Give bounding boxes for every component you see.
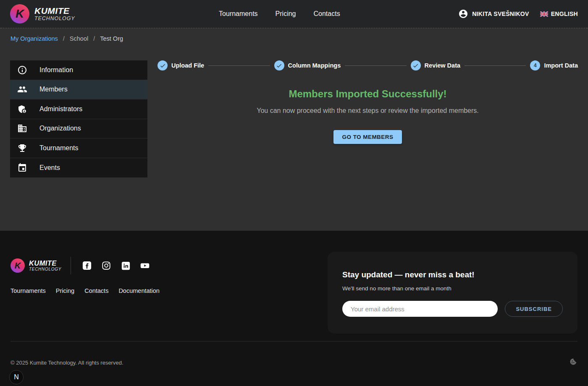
brand-tagline: TECHNOLOGY [34,16,75,21]
success-title: Members Imported Successfully! [158,88,578,100]
sidebar-item-label: Organizations [39,125,81,132]
app-header: K KUMITE TECHNOLOGY Tournaments Pricing … [0,0,588,29]
step-connector [465,65,526,66]
sidebar-item-label: Members [39,86,68,93]
step-label: Review Data [425,62,460,69]
success-subtitle: You can now proceed with the next steps … [158,107,578,115]
linkedin-icon[interactable] [121,261,131,271]
breadcrumb-separator: / [93,35,95,42]
sidebar-item-label: Tournaments [39,144,79,152]
info-icon [17,65,27,75]
breadcrumb: My Organizations / School / Test Org [10,35,123,42]
calendar-icon [17,163,27,173]
nav-contacts[interactable]: Contacts [314,10,340,18]
language-selector[interactable]: ENGLISH [540,10,578,17]
admin-shield-icon [17,104,27,114]
footer-link-documentation[interactable]: Documentation [118,287,160,294]
members-icon [17,84,27,94]
sidebar-item-organizations[interactable]: Organizations [10,119,147,139]
vertical-divider [71,257,71,274]
nextjs-dev-badge[interactable]: N [9,370,24,384]
step-column-mappings: Column Mappings [274,60,341,70]
sidebar-item-label: Events [39,164,60,172]
user-name: NIKITA SVEŠNIKOV [472,10,529,17]
page-footer: K KUMITE TECHNOLOGY [0,231,588,386]
step-completed-check-icon [411,60,421,70]
uk-flag-icon [540,11,548,17]
youtube-icon[interactable] [140,261,150,271]
sidebar-item-administrators[interactable]: Administrators [10,99,147,119]
main-area: Information Members Administrators Organ… [0,48,588,231]
breadcrumb-school: School [70,35,88,42]
language-label: ENGLISH [551,10,578,17]
footer-brand-name: KUMITE [29,260,61,267]
breadcrumb-my-organizations[interactable]: My Organizations [10,35,58,42]
newsletter-title: Stay updated — never miss a beat! [342,270,563,279]
step-connector [208,65,270,66]
instagram-icon[interactable] [101,261,111,271]
brand-name: KUMITE [34,6,75,16]
breadcrumb-bar: My Organizations / School / Test Org [0,29,588,48]
kumite-logo-icon: K [10,4,29,23]
breadcrumb-separator: / [63,35,65,42]
footer-link-contacts[interactable]: Contacts [84,287,108,294]
breadcrumb-test-org: Test Org [100,35,123,42]
step-label: Import Data [544,62,578,69]
nav-pricing[interactable]: Pricing [276,10,296,18]
header-nav: Tournaments Pricing Contacts [219,0,340,28]
sidebar-item-label: Information [39,66,73,74]
step-connector [345,65,406,66]
kumite-logo-icon[interactable]: K [10,258,25,273]
footer-links: Tournaments Pricing Contacts Documentati… [10,287,160,294]
newsletter-subtitle: We'll send no more than one email a mont… [342,285,563,292]
sidebar-item-information[interactable]: Information [10,60,147,80]
sidebar-item-label: Administrators [39,105,82,113]
step-label: Upload File [171,62,204,69]
cookie-settings-icon[interactable] [569,357,578,368]
step-upload-file: Upload File [158,60,204,70]
newsletter-card: Stay updated — never miss a beat! We'll … [328,252,578,334]
account-circle-icon [458,9,468,19]
sidebar-item-members[interactable]: Members [10,80,147,100]
brand-logo[interactable]: K KUMITE TECHNOLOGY [10,4,75,23]
import-stepper: Upload File Column Mappings Review Data … [158,60,578,70]
nav-tournaments[interactable]: Tournaments [219,10,258,18]
footer-link-tournaments[interactable]: Tournaments [10,287,46,294]
user-menu[interactable]: NIKITA SVEŠNIKOV [458,9,529,19]
copyright-text: © 2025 Kumite Technology. All rights res… [10,360,123,366]
org-sidebar: Information Members Administrators Organ… [10,60,147,177]
facebook-icon[interactable] [82,261,92,271]
subscribe-button[interactable]: SUBSCRIBE [505,301,563,317]
step-number-badge: 4 [530,60,540,70]
go-to-members-button[interactable]: GO TO MEMBERS [333,130,402,144]
step-import-data: 4 Import Data [530,60,578,70]
trophy-icon [17,143,27,153]
step-label: Column Mappings [288,62,341,69]
social-links [82,261,150,271]
footer-link-pricing[interactable]: Pricing [56,287,74,294]
footer-brand-tagline: TECHNOLOGY [29,267,61,271]
sidebar-item-tournaments[interactable]: Tournaments [10,138,147,158]
step-completed-check-icon [158,60,168,70]
step-completed-check-icon [274,60,284,70]
building-icon [17,123,27,133]
email-input[interactable] [342,301,498,317]
sidebar-item-events[interactable]: Events [10,158,147,178]
step-review-data: Review Data [411,60,460,70]
